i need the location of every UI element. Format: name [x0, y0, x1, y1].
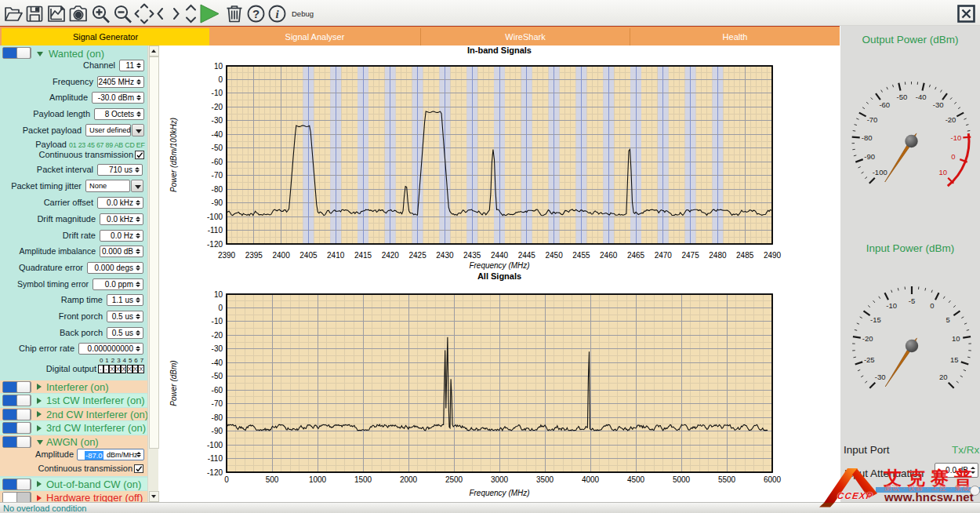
svg-text:-50: -50: [212, 372, 223, 380]
svg-text:-5: -5: [909, 297, 915, 305]
svg-text:2475: 2475: [681, 251, 699, 260]
svg-text:3500: 3500: [536, 475, 554, 484]
svg-text:-110: -110: [208, 226, 223, 235]
svg-text:2405: 2405: [299, 251, 318, 260]
svg-text:2440: 2440: [491, 251, 509, 260]
svg-text:-100: -100: [207, 213, 223, 221]
svg-text:-120: -120: [207, 240, 223, 249]
svg-text:5500: 5500: [718, 475, 736, 484]
svg-text:-60: -60: [212, 386, 223, 395]
svg-text:2490: 2490: [764, 251, 782, 260]
svg-text:-70: -70: [212, 399, 223, 408]
svg-text:2435: 2435: [463, 251, 481, 260]
svg-text:2450: 2450: [545, 251, 563, 260]
svg-text:10: 10: [214, 62, 223, 71]
svg-text:-15: -15: [870, 315, 881, 324]
svg-text:-80: -80: [212, 185, 223, 194]
svg-text:-20: -20: [946, 115, 956, 124]
svg-text:2395: 2395: [245, 251, 263, 260]
svg-text:-25: -25: [864, 355, 875, 364]
svg-text:Input Power (dBm): Input Power (dBm): [866, 242, 955, 254]
svg-text:-30: -30: [212, 116, 223, 125]
svg-text:500: 500: [266, 475, 279, 484]
svg-text:-90: -90: [864, 152, 875, 161]
svg-text:2410: 2410: [327, 251, 345, 260]
svg-text:Power (dBm): Power (dBm): [169, 360, 178, 406]
svg-text:-60: -60: [879, 100, 890, 109]
svg-text:2445: 2445: [518, 251, 536, 260]
svg-text:-90: -90: [212, 198, 223, 207]
svg-text:4000: 4000: [582, 475, 600, 484]
svg-text:2430: 2430: [436, 251, 454, 260]
svg-text:0: 0: [218, 304, 223, 312]
svg-text:2480: 2480: [709, 251, 727, 260]
svg-text:-110: -110: [208, 454, 223, 463]
svg-text:2420: 2420: [382, 251, 400, 260]
svg-text:-70: -70: [867, 115, 878, 124]
svg-text:-20: -20: [212, 331, 223, 340]
svg-text:2415: 2415: [354, 251, 372, 260]
svg-text:-30: -30: [933, 100, 944, 109]
svg-text:2470: 2470: [655, 251, 673, 260]
svg-text:2000: 2000: [400, 475, 418, 484]
svg-text:-120: -120: [207, 468, 223, 477]
svg-text:-80: -80: [862, 133, 873, 142]
svg-text:15: 15: [950, 355, 959, 364]
svg-text:-40: -40: [916, 93, 927, 101]
svg-text:-10: -10: [212, 89, 223, 97]
svg-text:-70: -70: [212, 171, 223, 180]
svg-text:Output Power (dBm): Output Power (dBm): [862, 34, 958, 45]
svg-text:-20: -20: [862, 334, 873, 343]
svg-text:-20: -20: [212, 103, 223, 111]
svg-text:-90: -90: [212, 427, 223, 435]
svg-text:-10: -10: [886, 301, 897, 310]
svg-text:1500: 1500: [354, 475, 372, 484]
svg-text:-40: -40: [212, 358, 223, 367]
svg-text:6000: 6000: [764, 475, 782, 484]
svg-text:-50: -50: [897, 93, 908, 101]
svg-text:Debug: Debug: [292, 9, 314, 18]
svg-text:0: 0: [930, 301, 934, 310]
svg-text:-40: -40: [212, 130, 223, 139]
svg-text:-30: -30: [212, 344, 223, 353]
svg-text:2500: 2500: [445, 475, 463, 484]
svg-text:2455: 2455: [572, 251, 590, 260]
svg-text:10: 10: [952, 334, 960, 343]
svg-text:2460: 2460: [600, 251, 618, 260]
svg-text:0: 0: [951, 152, 955, 161]
svg-text:5: 5: [946, 315, 949, 324]
svg-text:Frequency (MHz): Frequency (MHz): [469, 261, 529, 270]
svg-text:-80: -80: [212, 413, 223, 422]
svg-text:In-band Signals: In-band Signals: [467, 45, 532, 55]
svg-text:5000: 5000: [673, 475, 691, 484]
svg-text:-10: -10: [212, 317, 223, 326]
svg-text:?: ?: [252, 7, 260, 20]
svg-text:0: 0: [224, 475, 229, 484]
svg-text:-100: -100: [207, 441, 223, 449]
svg-text:0: 0: [218, 75, 223, 84]
svg-text:2390: 2390: [218, 251, 236, 260]
svg-text:i: i: [275, 8, 279, 20]
svg-text:3000: 3000: [491, 475, 509, 484]
svg-text:2400: 2400: [272, 251, 290, 260]
svg-text:Power (dBm/100kHz): Power (dBm/100kHz): [169, 118, 178, 192]
svg-text:-10: -10: [951, 133, 962, 142]
svg-text:2425: 2425: [408, 251, 426, 260]
svg-text:-30: -30: [875, 373, 886, 381]
svg-text:All Signals: All Signals: [477, 271, 521, 281]
svg-text:20: 20: [939, 373, 948, 381]
svg-text:-50: -50: [212, 144, 223, 152]
svg-text:-60: -60: [212, 158, 223, 166]
svg-text:2465: 2465: [627, 251, 645, 260]
svg-text:10: 10: [214, 290, 223, 299]
svg-text:2485: 2485: [736, 251, 754, 260]
svg-text:Frequency (MHz): Frequency (MHz): [469, 489, 529, 497]
svg-text:1000: 1000: [309, 475, 327, 484]
svg-text:4500: 4500: [627, 475, 645, 484]
svg-text:-100: -100: [873, 168, 887, 176]
svg-text:10: 10: [939, 168, 948, 176]
